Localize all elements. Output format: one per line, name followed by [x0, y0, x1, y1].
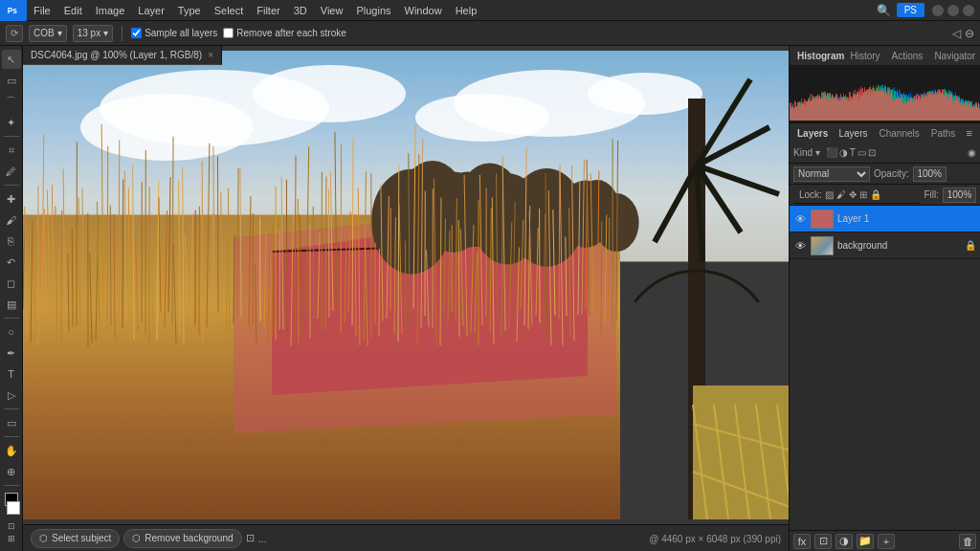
mode-dropdown[interactable]: COB ▾: [29, 25, 67, 42]
size-dropdown[interactable]: 13 px ▾: [73, 25, 113, 42]
menu-3d[interactable]: 3D: [287, 0, 314, 20]
background-color[interactable]: [7, 501, 20, 515]
tool-sep-4: [4, 408, 19, 409]
kind-smart-btn[interactable]: ⊡: [868, 147, 876, 158]
new-layer-btn[interactable]: +: [878, 534, 895, 549]
add-layer-style-btn[interactable]: fx: [793, 534, 811, 549]
heal-tool[interactable]: ✚: [2, 189, 21, 209]
navigator-tab[interactable]: Navigator: [928, 51, 980, 61]
actions-tab[interactable]: Actions: [886, 51, 929, 61]
menu-window[interactable]: Window: [398, 0, 449, 20]
tool-options-icon: ⟳: [6, 25, 23, 42]
lock-controls: Lock: ▨ 🖌 ✥ ⊞ 🔒: [793, 187, 920, 204]
layers-header: Layers Layers Channels Paths ≡: [790, 123, 980, 143]
layers-panel-tabs: Layers Channels Paths: [833, 128, 961, 139]
crop-tool[interactable]: ⌗: [2, 141, 21, 160]
canvas-area: DSC4064.jpg @ 100% (Layer 1, RGB/8) × ⬡ …: [23, 46, 789, 551]
brush-tool[interactable]: 🖌: [2, 210, 21, 230]
layer-visibility-eye-1[interactable]: 👁: [793, 212, 807, 226]
opacity-input[interactable]: [913, 166, 947, 182]
maximize-btn[interactable]: [947, 5, 959, 16]
select-subject-btn[interactable]: ⬡ Select subject: [31, 529, 120, 548]
panel-tabs: History Actions Navigator: [844, 51, 980, 61]
layer-item-background[interactable]: 👁 background 🔒: [790, 232, 980, 259]
path-select-tool[interactable]: ▷: [2, 386, 21, 405]
marquee-tool[interactable]: ▭: [2, 71, 21, 90]
contextual-more-btn[interactable]: ...: [258, 533, 267, 544]
quick-mask-btn[interactable]: ⊡: [8, 521, 15, 531]
menu-select[interactable]: Select: [208, 0, 251, 20]
document-canvas[interactable]: [23, 51, 789, 519]
pen-tool[interactable]: ✒: [2, 343, 21, 363]
menu-view[interactable]: View: [314, 0, 350, 20]
remove-background-btn[interactable]: ⬡ Remove background: [123, 529, 241, 548]
histogram-header: Histogram History Actions Navigator ≡: [790, 46, 980, 65]
menu-type[interactable]: Type: [171, 0, 208, 20]
eyedropper-tool[interactable]: 🖉: [2, 162, 21, 181]
history-tab[interactable]: History: [844, 51, 885, 61]
menu-image[interactable]: Image: [89, 0, 132, 20]
layers-tab[interactable]: Layers: [833, 128, 873, 139]
sample-all-layers-check[interactable]: Sample all layers: [131, 28, 217, 38]
move-tool[interactable]: ↖: [2, 50, 21, 69]
menu-help[interactable]: Help: [449, 0, 484, 20]
background-lock-icon: 🔒: [965, 240, 976, 251]
new-fill-adj-btn[interactable]: ◑: [835, 534, 853, 549]
tool-sep-6: [4, 485, 19, 486]
histogram-display: [790, 65, 980, 122]
tool-sep-3: [4, 318, 19, 319]
paths-tab[interactable]: Paths: [925, 128, 962, 139]
close-btn[interactable]: [963, 5, 974, 16]
layer-visibility-eye-bg[interactable]: 👁: [793, 239, 807, 253]
add-mask-btn[interactable]: ⊡: [814, 534, 832, 549]
lock-all-btn[interactable]: 🔒: [870, 189, 881, 200]
eraser-tool[interactable]: ◻: [2, 274, 21, 293]
menu-edit[interactable]: Edit: [57, 0, 89, 20]
search-btn[interactable]: 🔍: [876, 2, 893, 19]
kind-text-btn[interactable]: T: [850, 147, 856, 158]
zoom-tool[interactable]: ⊕: [2, 462, 21, 481]
menu-plugins[interactable]: Plugins: [349, 0, 397, 20]
shape-tool[interactable]: ▭: [2, 413, 21, 432]
menu-filter[interactable]: Filter: [250, 0, 286, 20]
text-tool[interactable]: T: [2, 364, 21, 384]
blend-mode-select[interactable]: Normal: [793, 166, 870, 182]
kind-shape-btn[interactable]: ▭: [858, 147, 866, 158]
clone-tool[interactable]: ⎘: [2, 231, 21, 251]
brush-option-2[interactable]: ⊖: [965, 27, 974, 40]
document-tab[interactable]: DSC4064.jpg @ 100% (Layer 1, RGB/8) ×: [23, 46, 222, 65]
lock-image-btn[interactable]: 🖌: [836, 189, 846, 200]
dodge-tool[interactable]: ○: [2, 322, 21, 342]
new-group-btn[interactable]: 📁: [857, 534, 874, 549]
menu-file[interactable]: File: [27, 0, 57, 20]
screen-mode-btn[interactable]: ⊞: [8, 534, 15, 543]
menu-layer[interactable]: Layer: [131, 0, 171, 20]
svg-text:Ps: Ps: [8, 5, 18, 14]
contextual-extra-btn[interactable]: ⊡: [246, 532, 255, 544]
hand-tool[interactable]: ✋: [2, 441, 21, 460]
lock-transparency-btn[interactable]: ▨: [825, 189, 834, 200]
history-brush-tool[interactable]: ↶: [2, 253, 21, 272]
quick-select-tool[interactable]: ✦: [2, 113, 21, 132]
channels-tab[interactable]: Channels: [874, 128, 925, 139]
lasso-tool[interactable]: ⌒: [2, 92, 21, 111]
fill-input[interactable]: [943, 187, 976, 203]
lock-artboard-btn[interactable]: ⊞: [859, 189, 867, 200]
brush-option-1[interactable]: ◁: [952, 27, 961, 40]
canvas-container[interactable]: [23, 46, 789, 524]
close-document-btn[interactable]: ×: [208, 50, 213, 60]
canvas-bottom-toolbar: ⬡ Select subject ⬡ Remove background ⊡ .…: [23, 524, 789, 551]
lock-position-btn[interactable]: ✥: [849, 189, 857, 200]
workspace-btn[interactable]: PS: [897, 3, 924, 17]
tool-sep-1: [4, 136, 19, 137]
layer-visibility-toggle: ◉: [968, 147, 976, 158]
delete-layer-btn[interactable]: 🗑: [959, 534, 976, 549]
remove-after-stroke-check[interactable]: Remove after each stroke: [223, 28, 346, 38]
layers-menu-btn[interactable]: ≡: [967, 127, 972, 139]
layer-item-layer1[interactable]: 👁 Layer 1: [790, 206, 980, 232]
minimize-btn[interactable]: [932, 5, 944, 16]
kind-adj-btn[interactable]: ◑: [839, 147, 848, 158]
main-layout: ↖ ▭ ⌒ ✦ ⌗ 🖉 ✚ 🖌 ⎘ ↶ ◻ ▤ ○ ✒ T ▷ ▭ ✋ ⊕ ⊡ …: [0, 46, 980, 551]
kind-pixel-btn[interactable]: ⬛: [826, 147, 837, 158]
gradient-tool[interactable]: ▤: [2, 295, 21, 314]
